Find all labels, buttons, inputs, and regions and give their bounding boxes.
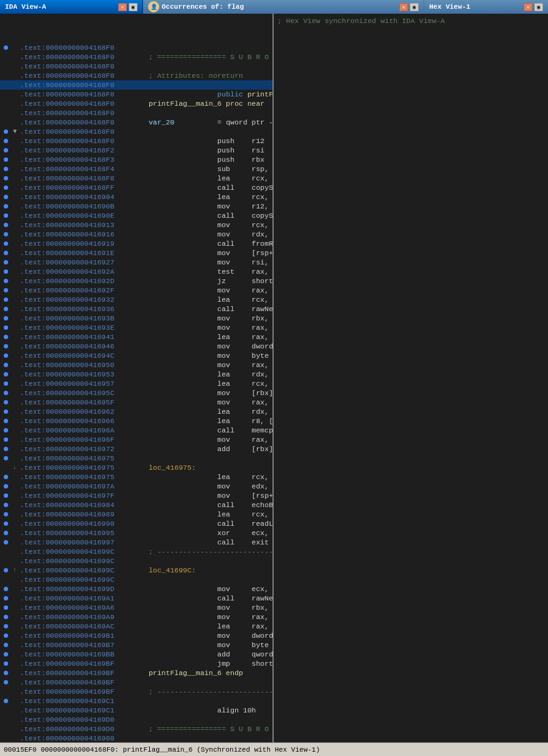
code-line[interactable]: .text:00000000004169AC lea rax, [rbx+rax…	[0, 622, 272, 631]
code-line[interactable]: .text:00000000004168F0	[0, 80, 272, 90]
code-content: mov rbx, rax	[144, 603, 272, 612]
occurrences-close[interactable]: ✕	[399, 3, 408, 11]
code-line[interactable]: .text:000000000041690B mov r12, rax	[0, 202, 272, 211]
dot-indicator	[1, 220, 10, 230]
code-line[interactable]: .text:0000000000416900	[0, 734, 272, 742]
hex-view-close[interactable]: ✕	[524, 3, 532, 11]
ida-view-restore[interactable]: ▣	[129, 3, 137, 11]
code-line[interactable]: .text:0000000000416975	[0, 454, 272, 463]
code-line[interactable]: .text:000000000041691E mov [rsp+48h+var_…	[0, 248, 272, 258]
hex-view-content[interactable]: ; Hex View synchronized with IDA View-A	[274, 14, 548, 742]
code-line[interactable]: .text:00000000004168FF call copyString	[0, 183, 272, 192]
code-line[interactable]: .text:00000000004169BF ; ---------------…	[0, 687, 272, 696]
code-line[interactable]: ▼.text:00000000004168F0	[0, 127, 272, 136]
code-line[interactable]: .text:0000000000416962 lea rdx, [rsi+10h…	[0, 407, 272, 416]
code-line[interactable]: .text:000000000041699C	[0, 575, 272, 584]
code-line[interactable]: .text:0000000000416953 lea rdx, [rax+4]	[0, 370, 272, 379]
code-line[interactable]: .text:00000000004169C1	[0, 696, 272, 706]
hex-view-restore[interactable]: ▣	[534, 3, 543, 11]
code-line[interactable]: .text:0000000000416997 call exit	[0, 538, 272, 547]
code-line[interactable]: ↑.text:000000000041699C loc_41699C: ; CO…	[0, 566, 272, 575]
code-address: .text:0000000000416941	[20, 332, 144, 342]
code-line[interactable]: .text:00000000004168F0 ; ===============…	[0, 52, 272, 62]
code-line[interactable]: .text:00000000004169C1 align 10h	[0, 706, 272, 715]
code-line[interactable]: .text:000000000041699C ; ---------------…	[0, 547, 272, 556]
code-line[interactable]: .text:00000000004169BB add qword ptr [rb…	[0, 650, 272, 659]
code-line[interactable]: .text:00000000004169A6 mov rbx, rax	[0, 603, 272, 612]
code-line[interactable]: ↓.text:0000000000416975 loc_416975: ; CO…	[0, 463, 272, 472]
ida-view-tab[interactable]: IDA View-A ✕ ▣	[0, 0, 143, 14]
code-line[interactable]: .text:000000000041693B mov rbx, rax	[0, 314, 272, 323]
code-content: call fromRC4__OOZOnimbleZpkgsZ8267524548…	[144, 239, 272, 248]
code-line[interactable]: .text:0000000000416995 xor ecx, ecx ; Co…	[0, 528, 272, 538]
code-line[interactable]: .text:00000000004169D0	[0, 715, 272, 724]
code-line[interactable]: .text:00000000004169D0 ; ===============…	[0, 724, 272, 734]
code-line[interactable]: .text:0000000000416972 add [rbx], rax	[0, 444, 272, 454]
code-line[interactable]: .text:0000000000416966 lea r8, [rax+1] ;…	[0, 416, 272, 426]
ida-code-panel[interactable]: .text:00000000004168F0.text:000000000041…	[0, 14, 272, 742]
code-line[interactable]: .text:0000000000416989 lea rcx, TM__V45t…	[0, 510, 272, 519]
code-address: .text:0000000000416904	[20, 192, 144, 202]
code-line[interactable]: .text:0000000000416932 lea rcx, [rax+4]	[0, 295, 272, 304]
code-line[interactable]: .text:000000000041694C mov byte ptr [rax…	[0, 351, 272, 360]
code-line[interactable]: .text:00000000004169A9 mov rax, [rax]	[0, 612, 272, 622]
code-line[interactable]: .text:000000000041697A mov edx, 1	[0, 482, 272, 491]
code-line[interactable]: .text:00000000004168F0 ; Attributes: nor…	[0, 71, 272, 80]
dot-indicator	[1, 650, 10, 659]
code-line[interactable]: .text:0000000000416916 mov rdx, rax	[0, 230, 272, 239]
code-line[interactable]: .text:00000000004168F8 lea rcx, TM__V45t…	[0, 174, 272, 183]
code-content: public printFlag__main_6	[144, 90, 272, 99]
code-line[interactable]: .text:0000000000416957 lea rcx, [rbx+rax…	[0, 379, 272, 388]
code-line[interactable]: .text:000000000041697F mov [rsp+48h+var_…	[0, 491, 272, 500]
ida-view-close[interactable]: ✕	[118, 3, 127, 11]
code-line[interactable]: .text:000000000041695C mov [rbx], rdx	[0, 388, 272, 398]
code-line[interactable]: .text:00000000004169BF jmp short loc_416…	[0, 659, 272, 668]
code-line[interactable]: .text:00000000004168F0 public printFlag_…	[0, 90, 272, 99]
code-line[interactable]: .text:00000000004169B1 mov dword ptr [ra…	[0, 631, 272, 640]
code-line[interactable]: .text:00000000004169A1 call rawNewString	[0, 594, 272, 603]
code-line[interactable]: .text:00000000004168F0	[0, 43, 272, 52]
code-line[interactable]: .text:000000000041692F mov rax, [rax]	[0, 286, 272, 295]
code-line[interactable]: .text:0000000000416950 mov rax, [rbx]	[0, 360, 272, 370]
code-line[interactable]: .text:0000000000416913 mov rcx, r12	[0, 220, 272, 230]
code-content: mov dword ptr [rax], 542976859	[144, 342, 272, 351]
hex-panel[interactable]: ; Hex View synchronized with IDA View-A	[274, 14, 548, 742]
code-line[interactable]: .text:000000000041692D jz short loc_4169…	[0, 276, 272, 286]
code-line[interactable]: .text:0000000000416990 call readLineFrom…	[0, 519, 272, 528]
code-line[interactable]: .text:00000000004168F4 sub rsp, 30h	[0, 164, 272, 174]
occurrences-tab[interactable]: 👤 Occurrences of: flag ✕ ▣	[143, 0, 424, 14]
code-address: .text:0000000000416962	[20, 407, 144, 416]
code-address: .text:0000000000416950	[20, 360, 144, 370]
code-line[interactable]: .text:00000000004168F2 push rsi	[0, 146, 272, 155]
code-address: .text:00000000004169C1	[20, 696, 144, 706]
code-line[interactable]: .text:00000000004168F0	[0, 108, 272, 118]
occurrences-restore[interactable]: ▣	[410, 3, 419, 11]
code-line[interactable]: .text:0000000000416927 mov rsi, rax	[0, 258, 272, 267]
code-line[interactable]: .text:00000000004168F0 push r12	[0, 136, 272, 146]
code-line[interactable]: .text:00000000004168F0	[0, 62, 272, 71]
code-line[interactable]: .text:00000000004168F3 push rbx	[0, 155, 272, 164]
code-line[interactable]: .text:00000000004169BF	[0, 678, 272, 687]
code-line[interactable]: .text:000000000041699C	[0, 556, 272, 566]
code-line[interactable]: .text:0000000000416941 lea rax, [rbx+rax…	[0, 332, 272, 342]
code-line[interactable]: .text:000000000041699D mov ecx, 4	[0, 584, 272, 594]
hex-view-tab[interactable]: Hex View-1 ✕ ▣	[424, 0, 548, 14]
code-line[interactable]: .text:000000000041695F mov rax, [rsi]	[0, 398, 272, 407]
code-line[interactable]: .text:0000000000416904 lea rcx, TM__V45t…	[0, 192, 272, 202]
code-line[interactable]: .text:000000000041693E mov rax, [rax]	[0, 323, 272, 332]
code-line[interactable]: .text:0000000000416984 call echoBinSafe	[0, 500, 272, 510]
code-area[interactable]: .text:00000000004168F0.text:000000000041…	[0, 14, 272, 742]
code-line[interactable]: .text:000000000041690E call copyString	[0, 211, 272, 220]
code-line[interactable]: .text:00000000004169B7 mov byte ptr [rax…	[0, 640, 272, 650]
code-line[interactable]: .text:0000000000416975 lea rcx, [rsp+48h…	[0, 472, 272, 482]
left-panel: .text:00000000004168F0.text:000000000041…	[0, 14, 274, 742]
code-line[interactable]: .text:000000000041696F mov rax, [rsi]	[0, 435, 272, 444]
code-line[interactable]: .text:00000000004168F0 printFlag__main_6…	[0, 99, 272, 108]
code-line[interactable]: .text:0000000000416919 call fromRC4__OOZ…	[0, 239, 272, 248]
code-line[interactable]: .text:000000000041692A test rax, rax	[0, 267, 272, 276]
code-line[interactable]: .text:0000000000416946 mov dword ptr [ra…	[0, 342, 272, 351]
code-line[interactable]: .text:00000000004168F0 var_20 = qword pt…	[0, 118, 272, 127]
code-line[interactable]: .text:0000000000416936 call rawNewString	[0, 304, 272, 314]
code-line[interactable]: .text:00000000004169BF printFlag__main_6…	[0, 668, 272, 678]
code-line[interactable]: .text:000000000041696A call memcpy	[0, 426, 272, 435]
